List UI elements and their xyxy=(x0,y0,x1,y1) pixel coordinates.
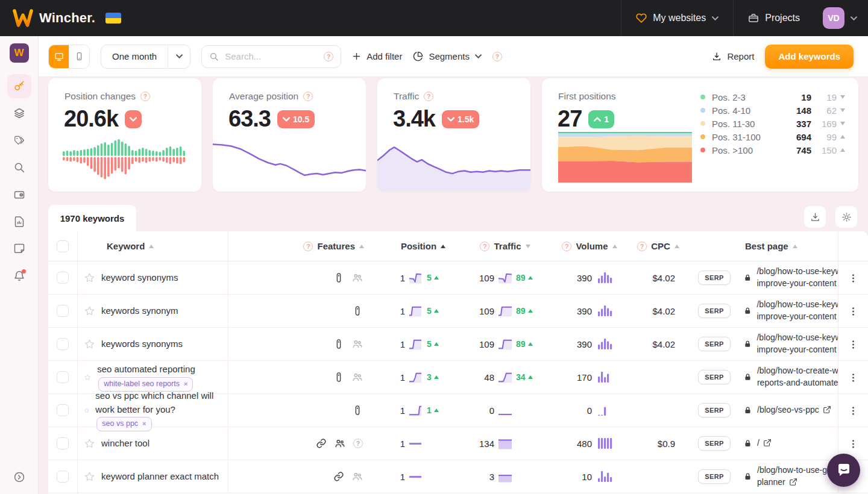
projects-menu[interactable]: Projects xyxy=(734,0,814,36)
sort-asc-icon[interactable] xyxy=(359,245,364,248)
row-menu-button[interactable]: ⋮ xyxy=(849,272,858,284)
sidebar-item-notes[interactable] xyxy=(7,237,31,261)
tag-remove-icon[interactable]: × xyxy=(184,379,187,389)
help-icon[interactable]: ? xyxy=(303,242,313,251)
add-filter-button[interactable]: Add filter xyxy=(352,51,402,61)
row-checkbox[interactable] xyxy=(57,338,69,350)
row-menu-button[interactable]: ⋮ xyxy=(849,339,858,350)
row-menu-button[interactable]: ⋮ xyxy=(849,305,858,317)
keyword-text[interactable]: keywords synonyms xyxy=(101,339,183,349)
user-avatar[interactable]: VD xyxy=(823,7,844,29)
legend-trend-icon[interactable] xyxy=(840,148,845,152)
search-input[interactable] xyxy=(224,51,319,62)
sort-asc-icon[interactable] xyxy=(675,245,679,248)
keyword-text[interactable]: keyword synonyms xyxy=(101,272,178,283)
external-link-icon[interactable] xyxy=(823,405,831,414)
sidebar-item-competitors[interactable] xyxy=(7,183,31,207)
period-select[interactable]: One month xyxy=(101,45,190,69)
desktop-toggle-button[interactable] xyxy=(49,45,69,68)
star-icon[interactable] xyxy=(84,339,95,350)
help-icon[interactable]: ? xyxy=(303,92,313,101)
row-checkbox[interactable] xyxy=(57,471,69,483)
segments-button[interactable]: Segments xyxy=(413,51,482,61)
legend-trend-icon[interactable] xyxy=(840,108,845,112)
sidebar-item-keywords[interactable] xyxy=(7,74,31,98)
star-icon[interactable] xyxy=(84,438,95,449)
row-checkbox[interactable] xyxy=(57,404,69,416)
best-page-url[interactable]: /blog/how-to-create-wreports-and-automat… xyxy=(757,365,838,389)
account-chevron-icon[interactable] xyxy=(851,16,857,20)
row-checkbox[interactable] xyxy=(57,272,69,284)
help-icon[interactable]: ? xyxy=(140,92,150,101)
serp-button[interactable]: SERP xyxy=(698,436,731,451)
best-page-url[interactable]: /blog/seo-vs-ppc xyxy=(757,404,831,416)
column-label[interactable]: Position xyxy=(401,241,445,251)
serp-button[interactable]: SERP xyxy=(698,304,731,318)
row-menu-button[interactable]: ⋮ xyxy=(849,438,858,449)
best-page-url[interactable]: / xyxy=(757,437,772,449)
table-settings-button[interactable] xyxy=(835,206,857,228)
sidebar-collapse-button[interactable] xyxy=(13,471,25,486)
star-icon[interactable] xyxy=(84,272,95,284)
help-icon[interactable]: ? xyxy=(480,242,489,251)
select-all-checkbox[interactable] xyxy=(57,240,69,252)
sort-desc-icon[interactable] xyxy=(526,245,530,248)
column-label[interactable]: ?Traffic xyxy=(480,241,530,251)
add-keywords-button[interactable]: Add keywords xyxy=(765,45,854,69)
sort-asc-icon[interactable] xyxy=(441,245,445,248)
column-label[interactable]: ?Features xyxy=(303,241,364,251)
sidebar-item-reports[interactable] xyxy=(7,210,31,234)
keyword-text[interactable]: seo vs ppc which channel will work bette… xyxy=(95,390,213,414)
best-page-url[interactable]: /blog/how-to-use-goplanner xyxy=(757,464,832,488)
best-page-url[interactable]: /blog/how-to-use-keywimprove-your-conten… xyxy=(756,332,838,355)
row-menu-button[interactable]: ⋮ xyxy=(849,405,858,416)
sort-asc-icon[interactable] xyxy=(149,245,154,248)
serp-button[interactable]: SERP xyxy=(698,469,731,484)
search-help-icon[interactable]: ? xyxy=(324,52,333,61)
sort-asc-icon[interactable] xyxy=(612,245,617,248)
star-icon[interactable] xyxy=(84,405,89,416)
column-label[interactable]: ?CPC xyxy=(637,241,679,251)
help-icon[interactable]: ? xyxy=(637,242,647,251)
serp-button[interactable]: SERP xyxy=(698,403,731,417)
my-websites-menu[interactable]: My websites xyxy=(621,0,734,36)
row-checkbox[interactable] xyxy=(57,437,69,449)
chat-widget-button[interactable] xyxy=(827,454,860,487)
star-icon[interactable] xyxy=(84,305,95,317)
serp-button[interactable]: SERP xyxy=(698,370,731,384)
keyword-text[interactable]: keywords synonym xyxy=(101,305,178,316)
external-link-icon[interactable] xyxy=(789,478,797,486)
row-checkbox[interactable] xyxy=(57,305,69,317)
star-icon[interactable] xyxy=(84,471,95,483)
serp-button[interactable]: SERP xyxy=(698,337,731,351)
help-icon[interactable]: ? xyxy=(424,92,433,101)
sort-asc-icon[interactable] xyxy=(793,245,797,248)
filters-help-icon[interactable]: ? xyxy=(492,52,502,61)
keywords-count-tab[interactable]: 1970 keywords xyxy=(48,205,136,231)
legend-trend-icon[interactable] xyxy=(840,135,845,139)
keyword-text[interactable]: seo automated reporting xyxy=(97,364,195,374)
sidebar-item-research[interactable] xyxy=(7,155,31,180)
star-icon[interactable] xyxy=(84,372,91,383)
report-button[interactable]: Report xyxy=(712,51,754,61)
column-label[interactable]: Keyword xyxy=(107,241,154,251)
export-button[interactable] xyxy=(804,206,826,228)
mobile-toggle-button[interactable] xyxy=(69,45,89,68)
sidebar-item-layers[interactable] xyxy=(7,101,31,125)
best-page-url[interactable]: /blog/how-to-use-keywimprove-your-conten… xyxy=(756,299,838,322)
row-checkbox[interactable] xyxy=(57,371,69,383)
keyword-text[interactable]: keyword planner exact match xyxy=(101,471,219,481)
best-page-url[interactable]: /blog/how-to-use-keywimprove-your-conten… xyxy=(756,266,838,289)
sidebar-item-tags[interactable] xyxy=(7,128,31,152)
serp-button[interactable]: SERP xyxy=(698,270,731,285)
column-label[interactable]: ?Volume xyxy=(562,241,617,251)
help-icon[interactable]: ? xyxy=(562,242,571,251)
row-menu-button[interactable]: ⋮ xyxy=(849,372,858,383)
keyword-text[interactable]: wincher tool xyxy=(101,438,149,448)
legend-trend-icon[interactable] xyxy=(840,95,845,99)
sidebar-item-notifications[interactable] xyxy=(7,264,31,288)
external-link-icon[interactable] xyxy=(763,439,772,447)
column-label[interactable]: Best page xyxy=(745,241,797,251)
legend-trend-icon[interactable] xyxy=(840,122,845,125)
workspace-logo[interactable]: W xyxy=(10,43,29,63)
